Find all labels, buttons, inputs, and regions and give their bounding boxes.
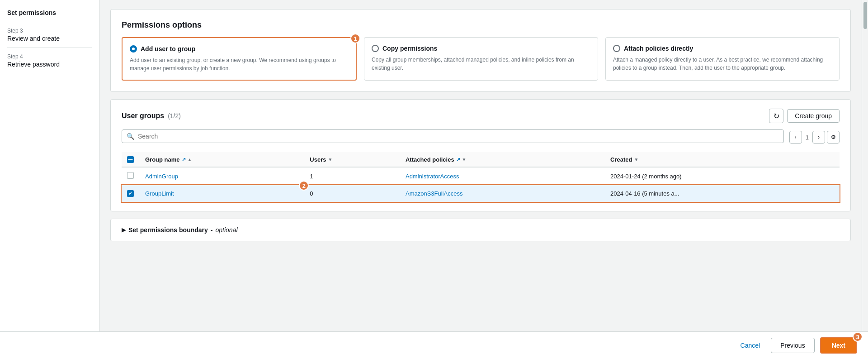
next-page-button[interactable]: › (812, 131, 825, 144)
annotation-1: 1 (350, 34, 360, 43)
sidebar: Set permissions Step 3 Review and create… (0, 0, 99, 359)
user-groups-card: User groups (1/2) ↻ Create group 🔍 ‹ 1 ›… (110, 99, 851, 211)
row2-users: 0 (304, 185, 400, 202)
option3-header: Attach policies directly (613, 45, 832, 52)
boundary-label: Set permissions boundary (128, 226, 208, 234)
option-add-user-to-group[interactable]: 1 Add user to group Add user to an exist… (122, 37, 357, 81)
search-input[interactable] (138, 133, 779, 140)
sidebar-divider-1 (7, 22, 92, 22)
sidebar-divider-2 (7, 48, 92, 48)
col-group-name: Group name (145, 156, 180, 163)
search-icon: 🔍 (127, 133, 134, 140)
option-copy-permissions[interactable]: Copy permissions Copy all group membersh… (364, 37, 598, 81)
table-row: AdminGroup 1 AdministratorAccess 2024-01… (122, 167, 840, 185)
groups-title-container: User groups (1/2) (122, 112, 181, 120)
policies-link-icon: ↗ (456, 157, 460, 163)
col-created: Created (610, 156, 632, 163)
sidebar-step3-name: Review and create (7, 35, 92, 42)
boundary-optional: optional (216, 226, 238, 234)
radio-add-user-to-group[interactable] (130, 45, 137, 53)
radio-copy-permissions[interactable] (372, 45, 379, 52)
option2-header: Copy permissions (372, 45, 590, 52)
groups-actions: ↻ Create group (769, 109, 840, 123)
row2-created: 2024-04-16 (5 minutes a... (605, 185, 840, 202)
groups-table: Group name ↗ ▲ Users ▼ Attached po (122, 152, 840, 202)
boundary-separator: - (211, 226, 213, 234)
next-label: Next (832, 342, 845, 349)
settings-icon[interactable]: ⚙ (827, 131, 840, 144)
option1-desc: Add user to an existing group, or create… (130, 56, 349, 72)
option3-label: Attach policies directly (624, 45, 693, 52)
row1-created: 2024-01-24 (2 months ago) (605, 167, 840, 185)
sidebar-title: Set permissions (7, 9, 92, 16)
row1-attached-policies[interactable]: AdministratorAccess (406, 173, 459, 180)
sidebar-step4-name: Retrieve password (7, 61, 92, 68)
policies-sort[interactable]: ▼ (462, 157, 467, 162)
row1-checkbox[interactable] (127, 172, 134, 179)
option2-desc: Copy all group memberships, attached man… (372, 56, 590, 72)
radio-attach-policies[interactable] (613, 45, 620, 52)
refresh-button[interactable]: ↻ (769, 109, 783, 123)
annotation-3: 3 (853, 332, 863, 342)
permissions-card: Permissions options 1 Add user to group … (110, 9, 851, 92)
users-sort[interactable]: ▼ (328, 157, 332, 162)
group-name-link-icon: ↗ (182, 157, 186, 163)
action-bar: Cancel Previous Next 3 (0, 331, 868, 359)
scrollbar[interactable] (862, 0, 868, 359)
previous-button[interactable]: Previous (771, 338, 814, 353)
search-bar: 🔍 (122, 129, 784, 143)
groups-header: User groups (1/2) ↻ Create group (122, 109, 840, 123)
option1-label: Add user to group (141, 45, 195, 53)
page-number: 1 (804, 134, 811, 141)
option2-label: Copy permissions (382, 45, 437, 52)
pagination: ‹ 1 › ⚙ (789, 131, 840, 144)
permissions-boundary-card: ▶ Set permissions boundary - optional (110, 219, 851, 241)
prev-page-button[interactable]: ‹ (789, 131, 802, 144)
next-button[interactable]: Next 3 (820, 337, 857, 354)
option1-header: Add user to group (130, 45, 349, 53)
row1-group-name[interactable]: AdminGroup (145, 173, 178, 180)
permissions-title: Permissions options (122, 20, 840, 30)
permission-options-container: 1 Add user to group Add user to an exist… (122, 37, 840, 81)
groups-title: User groups (122, 112, 164, 120)
create-group-button[interactable]: Create group (787, 109, 840, 123)
groups-count: (1/2) (168, 112, 181, 120)
cancel-button[interactable]: Cancel (735, 339, 766, 352)
group-name-sort[interactable]: ▲ (188, 157, 192, 162)
boundary-title[interactable]: ▶ Set permissions boundary - optional (122, 226, 840, 234)
scrollbar-thumb[interactable] (863, 2, 867, 29)
col-attached-policies: Attached policies (406, 156, 454, 163)
select-all-checkbox[interactable] (127, 156, 134, 163)
sidebar-step4-label: Step 4 (7, 53, 92, 60)
main-content: Permissions options 1 Add user to group … (99, 0, 862, 359)
option-attach-policies[interactable]: Attach policies directly Attach a manage… (605, 37, 840, 81)
boundary-chevron-icon: ▶ (122, 227, 126, 233)
row1-users: 1 (304, 167, 400, 185)
row2-attached-policies[interactable]: AmazonS3FullAccess (406, 190, 462, 197)
col-users: Users (310, 156, 326, 163)
created-sort[interactable]: ▼ (634, 157, 639, 162)
sidebar-step3-label: Step 3 (7, 28, 92, 34)
table-row: GroupLimit 2 0 AmazonS3FullAccess 2024-0… (122, 185, 840, 202)
row2-checkbox[interactable] (127, 190, 134, 197)
row2-group-name[interactable]: GroupLimit (145, 190, 174, 197)
option3-desc: Attach a managed policy directly to a us… (613, 56, 832, 72)
